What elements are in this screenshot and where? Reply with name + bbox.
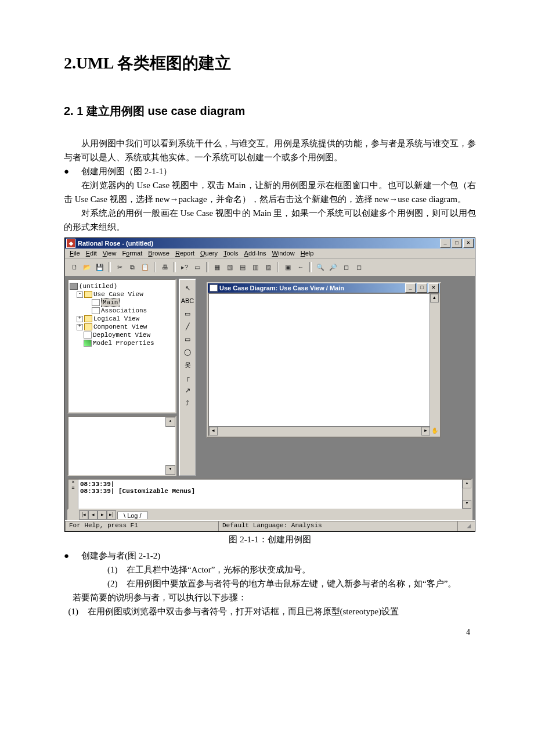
tree-usecase-view[interactable]: Use Case View [93,291,143,298]
vertical-scrollbar[interactable]: ▴ ▾ [430,294,439,435]
menu-tools[interactable]: Tools [223,250,239,257]
collapse-icon[interactable]: - [77,291,83,298]
status-help-text: For Help, press F1 [65,521,218,531]
tab-first-icon[interactable]: |◂ [79,510,88,520]
expand-icon[interactable]: + [77,316,83,322]
menu-window[interactable]: Window [272,250,295,257]
usecase-tool-icon[interactable]: ◯ [182,347,193,357]
log-pane[interactable]: ×≡ 08:33:39| 08:33:39| [Customizable Men… [67,478,472,510]
new-icon[interactable]: 🗋 [68,261,80,273]
menu-addins[interactable]: Add-Ins [244,250,266,257]
paste-icon[interactable]: 📋 [139,261,151,273]
browse-deploy-icon[interactable]: ▨ [262,261,274,273]
menu-edit[interactable]: Edit [86,250,97,257]
menu-file[interactable]: File [70,250,80,257]
child-close-button[interactable]: × [428,283,439,293]
pointer-tool-icon[interactable]: ↖ [182,283,193,293]
heading-2: 2. 1 建立用例图 use case diagram [64,103,476,119]
documentation-pane[interactable]: ▴ ▾ [67,416,176,476]
bullet-icon: ● [64,549,81,563]
browse-state-icon[interactable]: ▥ [250,261,261,273]
cut-icon[interactable]: ✂ [114,261,125,273]
menu-report[interactable]: Report [175,250,194,257]
diagram-icon [210,285,218,291]
model-browser-tree[interactable]: (untitled) -Use Case View Main Associati… [67,279,176,413]
dependency-tool-icon[interactable]: ↗ [182,386,193,395]
tab-last-icon[interactable]: ▸| [107,510,116,520]
menu-help[interactable]: Help [301,250,314,257]
window-titlebar[interactable]: ◆ Rational Rose - (untitled) _ □ × [65,238,475,249]
tree-root[interactable]: (untitled) [79,283,117,290]
scroll-down-icon[interactable]: ▾ [463,500,471,509]
zoom-in-icon[interactable]: 🔍 [315,261,326,273]
assoc-icon [92,307,100,314]
browse-component-icon[interactable]: ▤ [237,261,248,273]
bullet-create-diagram: 创建用例图（图 2-1-1） [81,164,172,178]
maximize-button[interactable]: □ [452,239,462,248]
scroll-right-icon[interactable]: ▸ [421,427,430,435]
note-tool-icon[interactable]: ▭ [182,309,193,318]
view-doc-icon[interactable]: ▭ [192,261,203,273]
scroll-up-icon[interactable]: ▴ [165,417,175,427]
menu-browse[interactable]: Browse [148,250,169,257]
tree-component-view[interactable]: Component View [93,323,147,330]
browse-prev-icon[interactable]: ← [295,261,306,273]
browse-interaction-icon[interactable]: ▧ [224,261,236,273]
association-tool-icon[interactable]: ┌ [182,373,193,382]
print-icon[interactable]: 🖶 [159,261,171,273]
tree-model-properties[interactable]: Model Properties [93,340,154,347]
log-toggle-icon[interactable]: ×≡ [68,480,78,509]
paragraph-intro: 从用例图中我们可以看到系统干什么，与谁交互。用例是系统提供的功能，参与者是系统与… [64,136,476,164]
actor-tool-icon[interactable]: 옷 [182,360,193,369]
menu-format[interactable]: Format [122,250,142,257]
pan-grip-icon[interactable]: ✋ [430,427,439,435]
project-icon [70,283,78,290]
window-title: Rational Rose - (untitled) [78,240,153,247]
status-language: Default Language: Analysis [218,521,457,531]
fit-window-icon[interactable]: ◻ [340,261,352,273]
copy-icon[interactable]: ⧉ [127,261,138,273]
scroll-up-icon[interactable]: ▴ [430,294,439,303]
diagram-canvas[interactable]: ▴ ▾ ◂ ▸ ✋ [208,293,440,437]
step-number: (1) [107,563,127,577]
tree-associations[interactable]: Associations [101,307,147,314]
undo-fit-icon[interactable]: ◻ [353,261,365,273]
menu-query[interactable]: Query [200,250,218,257]
save-icon[interactable]: 💾 [94,261,106,273]
tree-logical-view[interactable]: Logical View [93,315,139,322]
anchor-tool-icon[interactable]: ╱ [182,322,193,331]
open-icon[interactable]: 📂 [81,261,93,273]
tab-next-icon[interactable]: ▸ [98,510,107,520]
diagram-toolbox: ↖ ABC ▭ ╱ ▭ ◯ 옷 ┌ ↗ ⤴ [179,279,196,476]
context-help-icon[interactable]: ▸? [179,261,190,273]
scroll-left-icon[interactable]: ◂ [209,427,218,435]
child-titlebar[interactable]: Use Case Diagram: Use Case View / Main _… [208,283,440,293]
close-button[interactable]: × [463,239,474,248]
tree-deployment-view[interactable]: Deployment View [93,332,150,339]
package-tool-icon[interactable]: ▭ [182,334,193,344]
browse-parent-icon[interactable]: ▣ [282,261,294,273]
text-tool-icon[interactable]: ABC [182,296,193,305]
child-minimize-button[interactable]: _ [405,283,416,293]
model-props-icon [84,340,92,347]
browse-class-icon[interactable]: ▦ [211,261,223,273]
tree-main[interactable]: Main [101,298,120,307]
log-tab[interactable]: \ Log / [117,512,148,519]
diagram-child-window[interactable]: Use Case Diagram: Use Case View / Main _… [207,282,441,438]
paragraph-5: 在用例图或浏览器中双击参与者符号，打开对话框，而且已将原型(stereotype… [88,604,477,618]
generalization-tool-icon[interactable]: ⤴ [182,398,193,408]
minimize-button[interactable]: _ [440,239,450,248]
expand-icon[interactable]: + [77,324,83,330]
scroll-down-icon[interactable]: ▾ [165,465,175,475]
log-line: 08:33:39| [Customizable Menus] [80,488,470,495]
menubar[interactable]: File Edit View Format Browse Report Quer… [65,249,475,258]
log-scrollbar[interactable]: ▴ ▾ [462,480,471,509]
zoom-out-icon[interactable]: 🔎 [327,261,339,273]
scroll-up-icon[interactable]: ▴ [463,480,471,488]
tab-prev-icon[interactable]: ◂ [88,510,98,520]
resize-grip-icon[interactable]: ◢ [457,521,475,531]
horizontal-scrollbar[interactable]: ◂ ▸ [209,426,430,435]
child-maximize-button[interactable]: □ [417,283,427,293]
menu-view[interactable]: View [103,250,117,257]
deployment-icon [84,332,92,339]
